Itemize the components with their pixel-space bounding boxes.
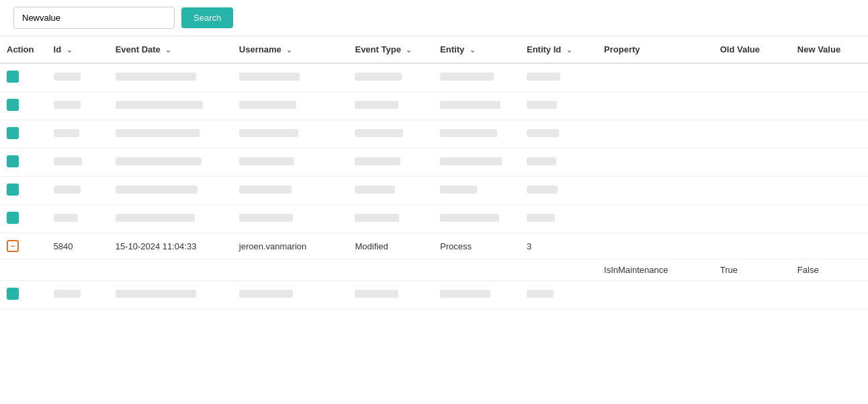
col-header-newvalue: New Value	[791, 36, 868, 63]
cell-entity: Process	[433, 233, 520, 259]
action-icon-teal[interactable]	[7, 127, 19, 139]
search-button[interactable]: Search	[181, 7, 233, 28]
action-icon-teal[interactable]	[7, 99, 19, 111]
col-header-action: Action	[0, 36, 47, 63]
search-input[interactable]: Newvalue	[13, 7, 175, 29]
action-icon-orange[interactable]: −	[7, 240, 19, 252]
col-header-eventtype[interactable]: Event Type ⌄	[348, 36, 433, 63]
sort-icon-entityid: ⌄	[566, 46, 572, 54]
col-header-id[interactable]: Id ⌄	[47, 36, 109, 63]
action-icon-teal[interactable]	[7, 288, 19, 300]
sort-icon-username: ⌄	[286, 46, 292, 54]
table-row	[0, 120, 868, 149]
table-header-row: Action Id ⌄ Event Date ⌄ Username ⌄ Even…	[0, 36, 868, 63]
cell-id: 5840	[47, 233, 109, 259]
audit-table: Action Id ⌄ Event Date ⌄ Username ⌄ Even…	[0, 36, 868, 309]
cell-entityid: 3	[520, 233, 597, 259]
expanded-table-row: − 5840 15-10-2024 11:04:33 jeroen.vanmar…	[0, 233, 868, 259]
action-icon-teal[interactable]	[7, 212, 19, 224]
table-row	[0, 92, 868, 120]
action-icon-teal[interactable]	[7, 71, 19, 83]
col-header-oldvalue: Old Value	[713, 36, 791, 63]
detail-row: IsInMaintenance True False	[0, 259, 868, 281]
detail-old-value: True	[713, 259, 791, 281]
col-header-entityid[interactable]: Entity Id ⌄	[520, 36, 597, 63]
table-row	[0, 205, 868, 233]
col-header-eventdate[interactable]: Event Date ⌄	[109, 36, 232, 63]
action-icon-teal[interactable]	[7, 155, 19, 167]
table-container: Action Id ⌄ Event Date ⌄ Username ⌄ Even…	[0, 36, 868, 309]
detail-new-value: False	[791, 259, 868, 281]
table-row	[0, 63, 868, 92]
table-row	[0, 149, 868, 177]
detail-property: IsInMaintenance	[597, 259, 713, 281]
top-bar: Newvalue Search	[0, 0, 868, 36]
col-header-entity[interactable]: Entity ⌄	[433, 36, 520, 63]
cell-eventdate: 15-10-2024 11:04:33	[109, 233, 232, 259]
table-row	[0, 281, 868, 309]
action-icon-teal[interactable]	[7, 184, 19, 196]
sort-icon-id: ⌄	[67, 46, 72, 54]
col-header-property: Property	[597, 36, 713, 63]
sort-icon-eventtype: ⌄	[406, 46, 411, 54]
cell-username: jeroen.vanmarion	[232, 233, 349, 259]
col-header-username[interactable]: Username ⌄	[232, 36, 349, 63]
sort-icon-entity: ⌄	[470, 46, 475, 54]
cell-eventtype: Modified	[348, 233, 433, 259]
sort-icon-eventdate: ⌄	[165, 46, 171, 54]
table-row	[0, 177, 868, 205]
